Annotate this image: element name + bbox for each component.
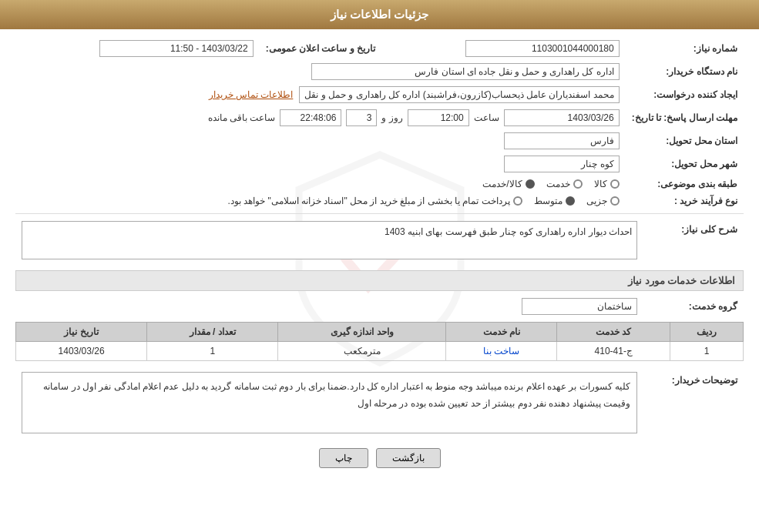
- deadline-time-label: ساعت: [474, 112, 499, 123]
- deadline-remaining-label: ساعت باقی مانده: [208, 112, 276, 123]
- service-group-value: ساختمان: [15, 295, 643, 318]
- city-label: شهر محل تحویل:: [626, 152, 744, 176]
- back-button[interactable]: بازگشت: [376, 448, 441, 468]
- province-field: فارس: [504, 132, 620, 149]
- notes-label: توضیحات خریدار:: [643, 369, 744, 437]
- description-label: شرح کلی نیاز:: [643, 218, 744, 263]
- radio-esnad-label: پرداخت تمام یا بخشی از مبلغ خرید از محل …: [227, 196, 509, 206]
- cell-row: 1: [670, 342, 744, 361]
- radio-motavasset: [566, 196, 575, 206]
- radio-kala-khedmat: [526, 179, 535, 189]
- col-qty: تعداد / مقدار: [147, 323, 278, 342]
- description-field: احداث دیوار اداره راهداری کوه چنار طبق ف…: [22, 221, 637, 259]
- city-field: کوه چنار: [504, 156, 620, 172]
- deadline-label: مهلت ارسال پاسخ: تا تاریخ:: [626, 106, 744, 129]
- radio-esnad: [513, 196, 522, 206]
- buyer-org-label: نام دستگاه خریدار:: [626, 60, 744, 83]
- radio-khedmat-label: خدمت: [546, 179, 570, 189]
- col-unit: واحد اندازه گیری: [278, 323, 446, 342]
- cell-qty: 1: [147, 342, 278, 361]
- service-group-field: ساختمان: [522, 298, 637, 315]
- footer-buttons: بازگشت چاپ: [15, 437, 744, 480]
- category-label: طبقه بندی موضوعی:: [626, 176, 744, 192]
- deadline-days-field: 3: [346, 109, 377, 126]
- need-number-label: شماره نیاز:: [626, 37, 744, 60]
- radio-khedmat: [573, 179, 583, 189]
- creator-row: محمد اسفندیاران عامل ذیحساب(کازرون،فراشب…: [15, 83, 626, 106]
- deadline-row: 1403/03/26 ساعت 12:00 روز و 3 22:48:06 س…: [15, 106, 626, 129]
- creator-field: محمد اسفندیاران عامل ذیحساب(کازرون،فراشب…: [299, 86, 619, 103]
- cell-unit: مترمکعب: [278, 342, 446, 361]
- deadline-day-label: روز و: [381, 112, 402, 123]
- process-row: جزیی متوسط پرداخت تمام یا بخشی از مبلغ خ…: [15, 192, 626, 209]
- radio-jozee-label: جزیی: [586, 196, 607, 206]
- deadline-remaining-field: 22:48:06: [280, 109, 341, 126]
- deadline-time-field: 12:00: [408, 109, 469, 126]
- notes-field: کلیه کسورات بر عهده اعلام برنده میباشد و…: [22, 372, 637, 433]
- cell-name: ساخت بنا: [446, 342, 557, 361]
- radio-jozee: [610, 196, 620, 206]
- process-option-1[interactable]: جزیی: [586, 196, 620, 206]
- col-name: نام خدمت: [446, 323, 557, 342]
- need-number-field: 1103001044000180: [465, 40, 620, 57]
- col-row: ردیف: [670, 323, 744, 342]
- category-option-2[interactable]: خدمت: [546, 179, 583, 189]
- print-button[interactable]: چاپ: [319, 448, 368, 468]
- category-option-3[interactable]: کالا/خدمت: [482, 179, 534, 189]
- category-option-1[interactable]: کالا: [594, 179, 620, 189]
- cell-date: 1403/03/26: [16, 342, 147, 361]
- col-code: کد خدمت: [557, 323, 670, 342]
- process-option-2[interactable]: متوسط: [534, 196, 575, 206]
- col-date: تاریخ نیاز: [16, 323, 147, 342]
- radio-motavasset-label: متوسط: [534, 196, 563, 206]
- buyer-org-field: اداره کل راهداری و حمل و نقل جاده ای است…: [311, 63, 620, 80]
- city-value: کوه چنار: [381, 152, 626, 176]
- deadline-date-field: 1403/03/26: [504, 109, 620, 126]
- radio-kala: [610, 179, 620, 189]
- services-section-title: اطلاعات خدمات مورد نیاز: [15, 270, 744, 291]
- services-table: ردیف کد خدمت نام خدمت واحد اندازه گیری ت…: [15, 322, 744, 361]
- category-row: کالا خدمت کالا/خدمت: [15, 176, 626, 192]
- province-label: استان محل تحویل:: [626, 129, 744, 152]
- table-row: 1 ج-41-410 ساخت بنا مترمکعب 1 1403/03/26: [16, 342, 744, 361]
- announce-field: 1403/03/22 - 11:50: [99, 40, 254, 57]
- process-label: نوع فرآیند خرید :: [626, 192, 744, 209]
- province-value: فارس: [381, 129, 626, 152]
- announce-label: تاریخ و ساعت اعلان عمومی:: [260, 37, 381, 60]
- announce-value: 1403/03/22 - 11:50: [15, 37, 260, 60]
- need-number-value: 1103001044000180: [381, 37, 626, 60]
- page-header: جزئیات اطلاعات نیاز: [0, 0, 759, 29]
- creator-label: ایجاد کننده درخواست:: [626, 83, 744, 106]
- notes-value: کلیه کسورات بر عهده اعلام برنده میباشد و…: [15, 369, 643, 437]
- process-option-3[interactable]: پرداخت تمام یا بخشی از مبلغ خرید از محل …: [227, 196, 522, 206]
- buyer-org-value: اداره کل راهداری و حمل و نقل جاده ای است…: [15, 60, 626, 83]
- creator-contact-link[interactable]: اطلاعات تماس خریدار: [209, 89, 294, 100]
- cell-code: ج-41-410: [557, 342, 670, 361]
- radio-kala-khedmat-label: کالا/خدمت: [482, 179, 522, 189]
- service-group-label: گروه خدمت:: [643, 295, 744, 318]
- description-value: احداث دیوار اداره راهداری کوه چنار طبق ف…: [15, 218, 643, 263]
- page-title: جزئیات اطلاعات نیاز: [331, 8, 428, 21]
- radio-kala-label: کالا: [594, 179, 607, 189]
